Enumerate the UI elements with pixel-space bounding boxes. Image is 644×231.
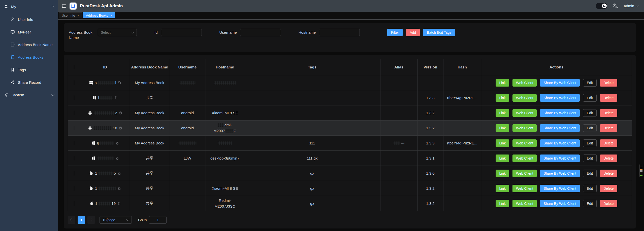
- row-checkbox[interactable]: [74, 171, 74, 176]
- row-checkbox[interactable]: [74, 186, 74, 191]
- link-button[interactable]: Link: [496, 79, 509, 87]
- share-by-web-client-button[interactable]: Share By Web Client: [540, 94, 580, 102]
- web-client-button[interactable]: Web Client: [512, 124, 537, 132]
- web-client-button[interactable]: Web Client: [512, 200, 537, 207]
- delete-button[interactable]: Delete: [600, 94, 617, 102]
- link-button[interactable]: Link: [496, 170, 509, 177]
- row-checkbox[interactable]: [74, 110, 74, 115]
- row-checkbox[interactable]: [74, 156, 74, 161]
- link-button[interactable]: Link: [496, 185, 509, 192]
- share-by-web-client-button[interactable]: Share By Web Client: [540, 170, 580, 177]
- copy-icon[interactable]: [117, 172, 121, 175]
- row-checkbox[interactable]: [74, 141, 74, 145]
- goto-page-input[interactable]: [149, 216, 167, 224]
- web-client-button[interactable]: Web Client: [512, 139, 537, 147]
- sidebar-item-share-record[interactable]: Share Record: [0, 76, 58, 89]
- filter-button[interactable]: Filter: [387, 29, 403, 36]
- sidebar-item-address-books[interactable]: Address Books: [0, 51, 58, 63]
- batch-edit-tags-button[interactable]: Batch Edit Tags: [423, 29, 455, 36]
- link-button[interactable]: Link: [496, 109, 509, 117]
- person-icon: [4, 4, 8, 9]
- edit-button[interactable]: Edit: [583, 185, 597, 192]
- delete-button[interactable]: Delete: [600, 200, 617, 207]
- web-client-button[interactable]: Web Client: [512, 79, 537, 87]
- row-checkbox[interactable]: [74, 201, 74, 206]
- username-input[interactable]: [240, 29, 281, 36]
- share-by-web-client-button[interactable]: Share By Web Client: [540, 139, 580, 147]
- row-checkbox[interactable]: [74, 80, 74, 85]
- edit-button[interactable]: Edit: [583, 155, 597, 162]
- delete-button[interactable]: Delete: [600, 109, 617, 117]
- sidebar-item-address-book-name[interactable]: Address Book Name: [0, 38, 58, 51]
- delete-button[interactable]: Delete: [600, 124, 617, 132]
- add-button[interactable]: Add: [406, 29, 420, 36]
- edit-button[interactable]: Edit: [583, 79, 597, 87]
- web-client-button[interactable]: Web Client: [512, 94, 537, 102]
- text-fragment: l: [98, 95, 99, 100]
- sidebar-item-mypeer[interactable]: MyPeer: [0, 26, 58, 38]
- redacted-block: [218, 123, 224, 127]
- web-client-button[interactable]: Web Client: [512, 109, 537, 117]
- edit-button[interactable]: Edit: [583, 200, 597, 207]
- link-button[interactable]: Link: [496, 124, 509, 132]
- edit-button[interactable]: Edit: [583, 139, 597, 147]
- hash-cell: [443, 181, 481, 196]
- copy-icon[interactable]: [117, 187, 121, 190]
- copy-icon[interactable]: [115, 141, 119, 145]
- copy-icon[interactable]: [115, 157, 119, 160]
- share-by-web-client-button[interactable]: Share By Web Client: [540, 124, 580, 132]
- copy-icon[interactable]: [119, 126, 122, 130]
- copy-icon[interactable]: [118, 81, 121, 85]
- delete-button[interactable]: Delete: [600, 139, 617, 147]
- copy-icon[interactable]: [114, 96, 118, 100]
- close-icon[interactable]: ×: [110, 14, 112, 17]
- table-row: 15共享gx1.3.0LinkWeb ClientShare By Web Cl…: [68, 166, 632, 181]
- link-button[interactable]: Link: [496, 200, 509, 207]
- copy-icon[interactable]: [119, 111, 122, 115]
- close-icon[interactable]: ×: [77, 14, 79, 17]
- sidebar-group-my[interactable]: My: [0, 0, 58, 13]
- address-book-name-select[interactable]: Select: [98, 29, 137, 36]
- delete-button[interactable]: Delete: [600, 155, 617, 162]
- row-checkbox[interactable]: [74, 126, 74, 130]
- select-all-checkbox[interactable]: [74, 65, 74, 69]
- page-size-select[interactable]: 10/page: [100, 216, 132, 224]
- sidebar-fold-icon[interactable]: [61, 4, 66, 9]
- tab-address-books[interactable]: Address Books×: [83, 12, 115, 18]
- web-client-button[interactable]: Web Client: [512, 170, 537, 177]
- share-by-web-client-button[interactable]: Share By Web Client: [540, 79, 580, 87]
- tab-user-info[interactable]: User Info×: [59, 12, 82, 18]
- web-client-button[interactable]: Web Client: [512, 155, 537, 162]
- web-client-button[interactable]: Web Client: [512, 185, 537, 192]
- scroll-minimap[interactable]: [639, 164, 643, 177]
- sidebar-item-tags[interactable]: Tags: [0, 63, 58, 76]
- copy-icon[interactable]: [117, 202, 121, 205]
- sidebar-item-system[interactable]: System: [0, 89, 58, 101]
- link-button[interactable]: Link: [496, 94, 509, 102]
- edit-button[interactable]: Edit: [583, 124, 597, 132]
- prev-page-button[interactable]: [68, 216, 75, 224]
- sidebar-item-user-info[interactable]: User Info: [0, 13, 58, 26]
- delete-button[interactable]: Delete: [600, 185, 617, 192]
- share-by-web-client-button[interactable]: Share By Web Client: [540, 185, 580, 192]
- language-icon[interactable]: [613, 3, 618, 9]
- user-dropdown[interactable]: admin: [624, 4, 638, 8]
- next-page-button[interactable]: [87, 216, 95, 224]
- delete-button[interactable]: Delete: [600, 170, 617, 177]
- text-fragment: s: [95, 80, 97, 85]
- edit-button[interactable]: Edit: [583, 109, 597, 117]
- row-checkbox[interactable]: [74, 95, 74, 100]
- share-by-web-client-button[interactable]: Share By Web Client: [540, 109, 580, 117]
- share-by-web-client-button[interactable]: Share By Web Client: [540, 155, 580, 162]
- dark-mode-toggle[interactable]: [596, 3, 607, 9]
- username-cell: LJW: [169, 151, 206, 166]
- share-by-web-client-button[interactable]: Share By Web Client: [540, 200, 580, 207]
- link-button[interactable]: Link: [496, 139, 509, 147]
- edit-button[interactable]: Edit: [583, 94, 597, 102]
- page-number-button[interactable]: 1: [78, 216, 85, 224]
- hostname-input[interactable]: [319, 29, 360, 36]
- link-button[interactable]: Link: [496, 155, 509, 162]
- edit-button[interactable]: Edit: [583, 170, 597, 177]
- delete-button[interactable]: Delete: [600, 79, 617, 87]
- id-input[interactable]: [161, 29, 202, 36]
